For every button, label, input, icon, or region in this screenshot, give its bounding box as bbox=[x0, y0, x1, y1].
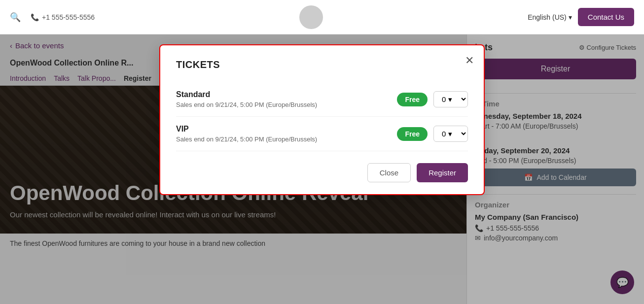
vip-free-badge: Free bbox=[397, 127, 428, 141]
close-icon: ✕ bbox=[465, 54, 474, 67]
header-left: 🔍 📞 +1 555-555-5556 bbox=[10, 12, 95, 23]
close-modal-button[interactable]: Close bbox=[367, 163, 411, 182]
vip-ticket-sales-end: Sales end on 9/21/24, 5:00 PM (Europe/Br… bbox=[176, 135, 391, 143]
tickets-modal: TICKETS ✕ Standard Sales end on 9/21/24,… bbox=[159, 44, 485, 195]
contact-button[interactable]: Contact Us bbox=[578, 8, 634, 26]
modal-overlay: TICKETS ✕ Standard Sales end on 9/21/24,… bbox=[0, 34, 644, 304]
phone-info: 📞 +1 555-555-5556 bbox=[31, 13, 95, 21]
language-label: English (US) bbox=[528, 13, 567, 21]
search-icon: 🔍 bbox=[10, 12, 21, 22]
page-content: ‹ Back to events OpenWood Collection Onl… bbox=[0, 34, 644, 304]
phone-icon: 📞 bbox=[31, 13, 39, 21]
standard-ticket-sales-end: Sales end on 9/21/24, 5:00 PM (Europe/Br… bbox=[176, 101, 391, 108]
standard-ticket-info: Standard Sales end on 9/21/24, 5:00 PM (… bbox=[176, 90, 391, 108]
language-selector[interactable]: English (US) ▾ bbox=[528, 13, 572, 21]
header-right: English (US) ▾ Contact Us bbox=[528, 8, 634, 26]
register-modal-button[interactable]: Register bbox=[417, 163, 468, 182]
vip-qty-select[interactable]: 0 ▾ 1 2 3 bbox=[433, 126, 468, 142]
vip-ticket-name: VIP bbox=[176, 125, 391, 134]
modal-title: TICKETS bbox=[176, 59, 468, 70]
standard-free-badge: Free bbox=[397, 93, 428, 106]
standard-ticket-row: Standard Sales end on 9/21/24, 5:00 PM (… bbox=[176, 82, 468, 117]
standard-ticket-name: Standard bbox=[176, 90, 391, 99]
header-center bbox=[95, 5, 528, 29]
search-button[interactable]: 🔍 bbox=[10, 12, 21, 23]
vip-ticket-row: VIP Sales end on 9/21/24, 5:00 PM (Europ… bbox=[176, 117, 468, 151]
phone-number: +1 555-555-5556 bbox=[42, 13, 95, 21]
vip-ticket-info: VIP Sales end on 9/21/24, 5:00 PM (Europ… bbox=[176, 125, 391, 143]
standard-qty-select[interactable]: 0 ▾ 1 2 3 bbox=[433, 91, 468, 107]
modal-close-icon-button[interactable]: ✕ bbox=[465, 54, 474, 67]
chevron-down-icon: ▾ bbox=[569, 13, 572, 21]
header: 🔍 📞 +1 555-555-5556 English (US) ▾ Conta… bbox=[0, 0, 644, 34]
avatar bbox=[299, 5, 323, 29]
modal-footer: Close Register bbox=[176, 163, 468, 182]
